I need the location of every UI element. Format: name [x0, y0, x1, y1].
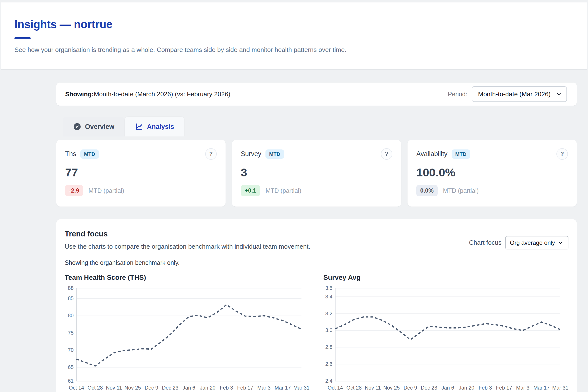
kpi-label: Availability — [416, 150, 447, 158]
delta-badge: +0.1 — [241, 185, 260, 196]
svg-text:Feb 3: Feb 3 — [220, 385, 233, 390]
svg-text:Feb 17: Feb 17 — [496, 385, 512, 390]
kpi-delta-row: -2.9 MTD (partial) — [65, 185, 217, 196]
chart-survey-avg: Survey Avg 3.53.43.23.02.82.62.4Oct 14Oc… — [324, 274, 569, 392]
trend-note: Showing the organisation benchmark only. — [65, 259, 569, 266]
kpi-card-availability: Availability MTD ? 100.0% 0.0% MTD (part… — [408, 140, 577, 206]
kpi-delta-row: 0.0% MTD (partial) — [416, 185, 568, 196]
help-icon[interactable]: ? — [381, 148, 392, 160]
svg-text:Mar 31: Mar 31 — [293, 385, 310, 390]
svg-text:Oct 28: Oct 28 — [346, 385, 361, 390]
showing-value: Month-to-date (March 2026) (vs: February… — [94, 90, 230, 98]
trend-focus-panel: Trend focus Use the charts to compare th… — [56, 219, 577, 392]
kpi-label: Ths — [65, 150, 76, 158]
svg-text:Jan 20: Jan 20 — [459, 385, 474, 390]
svg-text:Mar 31: Mar 31 — [552, 385, 568, 390]
delta-caption: MTD (partial) — [265, 187, 301, 194]
svg-text:85: 85 — [68, 296, 74, 301]
delta-caption: MTD (partial) — [88, 187, 124, 194]
kpi-delta-row: +0.1 MTD (partial) — [241, 185, 392, 196]
svg-text:70: 70 — [68, 347, 74, 353]
chart-focus-control: Chart focus Org average only — [469, 236, 569, 250]
svg-text:Oct 14: Oct 14 — [69, 385, 84, 390]
kpi-label: Survey — [241, 150, 261, 158]
kpi-card-survey: Survey MTD ? 3 +0.1 MTD (partial) — [232, 140, 401, 206]
svg-text:Oct 14: Oct 14 — [327, 385, 343, 390]
kpi-row: Ths MTD ? 77 -2.9 MTD (partial) Survey M… — [56, 140, 577, 206]
kpi-card-ths: Ths MTD ? 77 -2.9 MTD (partial) — [56, 140, 226, 206]
svg-text:61: 61 — [68, 378, 74, 384]
chart-title: Survey Avg — [324, 274, 569, 282]
kpi-head: Availability MTD ? — [416, 148, 568, 160]
svg-text:2.6: 2.6 — [325, 361, 332, 367]
svg-text:2.4: 2.4 — [325, 378, 333, 384]
kpi-head: Survey MTD ? — [241, 148, 392, 160]
tab-analysis[interactable]: Analysis — [125, 117, 184, 136]
svg-text:Nov 25: Nov 25 — [124, 385, 141, 390]
survey-line-chart: 3.53.43.23.02.82.62.4Oct 14Oct 28Nov 11N… — [324, 285, 569, 392]
delta-caption: MTD (partial) — [443, 187, 479, 194]
tab-overview[interactable]: Overview — [63, 117, 125, 136]
svg-text:Dec 9: Dec 9 — [145, 385, 158, 390]
page-title: Insights — nortrue — [14, 18, 574, 31]
help-icon[interactable]: ? — [557, 148, 568, 160]
svg-text:80: 80 — [68, 312, 74, 318]
svg-text:Jan 6: Jan 6 — [183, 385, 195, 390]
showing-label: Showing: — [65, 90, 94, 98]
main-content: Showing:Month-to-date (March 2026) (vs: … — [56, 82, 577, 392]
trend-title: Trend focus — [65, 230, 310, 238]
help-icon[interactable]: ? — [205, 148, 217, 160]
filter-bar: Showing:Month-to-date (March 2026) (vs: … — [56, 82, 577, 106]
compass-icon — [73, 122, 81, 131]
mtd-badge: MTD — [452, 150, 470, 159]
period-select[interactable]: Month-to-date (Mar 2026) — [472, 86, 567, 102]
ths-line-chart: 88858075706561Oct 14Oct 28Nov 11Nov 25De… — [65, 285, 310, 392]
trend-head: Trend focus Use the charts to compare th… — [65, 230, 569, 250]
trend-description: Use the charts to compare the organisati… — [65, 243, 310, 250]
svg-text:3.0: 3.0 — [325, 327, 332, 333]
mtd-badge: MTD — [80, 150, 99, 159]
svg-text:Jan 6: Jan 6 — [441, 385, 454, 390]
svg-text:3.2: 3.2 — [325, 311, 332, 316]
chart-focus-select[interactable]: Org average only — [506, 236, 569, 250]
svg-text:Dec 23: Dec 23 — [421, 385, 437, 390]
svg-text:Nov 11: Nov 11 — [365, 385, 381, 390]
chart-title: Team Health Score (THS) — [65, 274, 310, 282]
svg-text:3.5: 3.5 — [325, 285, 332, 291]
svg-text:Feb 3: Feb 3 — [479, 385, 492, 390]
svg-text:Dec 9: Dec 9 — [403, 385, 417, 390]
svg-text:88: 88 — [68, 285, 74, 291]
chart-ths: Team Health Score (THS) 88858075706561Oc… — [65, 274, 310, 392]
svg-text:Feb 17: Feb 17 — [237, 385, 253, 390]
delta-badge: 0.0% — [416, 185, 438, 196]
mtd-badge: MTD — [265, 150, 284, 159]
trend-head-left: Trend focus Use the charts to compare th… — [65, 230, 310, 250]
svg-text:Nov 25: Nov 25 — [383, 385, 400, 390]
tab-overview-label: Overview — [85, 123, 114, 130]
svg-text:65: 65 — [68, 364, 74, 370]
svg-text:Dec 23: Dec 23 — [162, 385, 178, 390]
svg-text:75: 75 — [68, 330, 74, 336]
period-select-shell: Month-to-date (Mar 2026) — [472, 86, 567, 102]
kpi-value: 100.0% — [416, 166, 568, 179]
kpi-value: 77 — [65, 166, 217, 179]
svg-text:Mar 3: Mar 3 — [516, 385, 529, 390]
svg-text:2.8: 2.8 — [325, 344, 332, 350]
showing-text: Showing:Month-to-date (March 2026) (vs: … — [65, 90, 230, 98]
chart-focus-select-shell: Org average only — [506, 236, 569, 250]
title-underline — [14, 37, 31, 39]
svg-text:Mar 3: Mar 3 — [257, 385, 271, 390]
page-header: Insights — nortrue See how your organisa… — [1, 2, 587, 69]
tab-analysis-label: Analysis — [147, 123, 174, 130]
chart-focus-label: Chart focus — [469, 239, 502, 246]
svg-text:Jan 20: Jan 20 — [200, 385, 215, 390]
svg-text:Mar 17: Mar 17 — [275, 385, 291, 390]
line-chart-icon — [135, 122, 143, 131]
kpi-head: Ths MTD ? — [65, 148, 217, 160]
charts-row: Team Health Score (THS) 88858075706561Oc… — [65, 274, 569, 392]
tab-bar: Overview Analysis — [56, 117, 577, 136]
kpi-value: 3 — [241, 166, 392, 179]
svg-text:Oct 28: Oct 28 — [88, 385, 103, 390]
period-label: Period: — [448, 91, 467, 98]
page-subtitle: See how your organisation is trending as… — [14, 46, 574, 54]
